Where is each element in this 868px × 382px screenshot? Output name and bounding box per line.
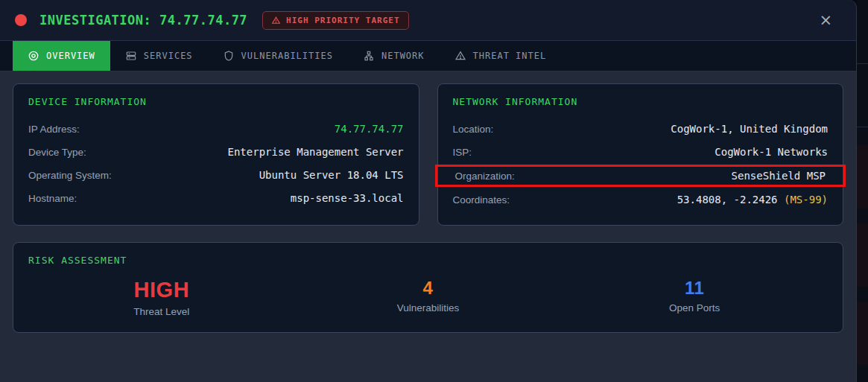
info-row: Operating System:Ubuntu Server 18.04 LTS (28, 165, 404, 185)
network-information-rows: Location:CogWork-1, United KingdomISP:Co… (453, 118, 829, 210)
field-label: Device Type: (28, 147, 86, 158)
network-information-title: NETWORK INFORMATION (453, 96, 829, 107)
shield-icon (223, 50, 235, 62)
field-label: Coordinates: (453, 194, 510, 206)
field-label: Operating System: (28, 170, 112, 181)
tab-label: SERVICES (144, 51, 193, 61)
field-label: Location: (453, 124, 494, 135)
close-button[interactable]: × (819, 13, 832, 28)
field-value-text: Ubuntu Server 18.04 LTS (259, 169, 404, 181)
field-value: 74.77.74.77 (335, 123, 404, 135)
modal-header: INVESTIGATION: 74.77.74.77 HIGH PRIORITY… (0, 0, 856, 41)
field-value-text: Enterprise Management Server (227, 146, 403, 158)
network-icon (363, 50, 375, 62)
tab-bar: OVERVIEWSERVICESVULNERABILITIESNETWORKTH… (0, 41, 856, 71)
info-row: Device Type:Enterprise Management Server (28, 141, 404, 162)
network-information-panel: NETWORK INFORMATION Location:CogWork-1, … (437, 83, 844, 226)
field-label: IP Address: (28, 124, 80, 135)
risk-stat-vulnerabilities: 4Vulnerabilities (295, 278, 562, 317)
device-information-panel: DEVICE INFORMATION IP Address:74.77.74.7… (13, 83, 419, 226)
field-value: 53.4808, -2.2426 (MS-99) (677, 194, 828, 206)
stat-label: Open Ports (561, 302, 828, 313)
server-icon (125, 50, 137, 62)
field-value-suffix: (MS-99) (784, 194, 828, 206)
overview-content: DEVICE INFORMATION IP Address:74.77.74.7… (0, 71, 856, 345)
stat-label: Threat Level (28, 306, 295, 317)
field-value: CogWork-1, United Kingdom (671, 123, 828, 135)
field-value-text: SenseShield MSP (732, 170, 826, 182)
tab-label: OVERVIEW (46, 51, 95, 61)
field-value-text: msp-sense-33.local (291, 192, 404, 204)
device-information-title: DEVICE INFORMATION (28, 96, 404, 107)
info-row: Coordinates:53.4808, -2.2426 (MS-99) (453, 189, 829, 210)
high-priority-badge-label: HIGH PRIORITY TARGET (286, 16, 399, 25)
investigation-modal: INVESTIGATION: 74.77.74.77 HIGH PRIORITY… (0, 0, 857, 382)
tab-vulnerabilities[interactable]: VULNERABILITIES (208, 41, 348, 71)
field-label: Hostname: (28, 193, 77, 204)
info-panels-grid: DEVICE INFORMATION IP Address:74.77.74.7… (13, 83, 843, 226)
status-dot (15, 14, 27, 26)
stat-value: HIGH (28, 278, 295, 302)
page-title: INVESTIGATION: 74.77.74.77 (39, 13, 247, 28)
field-value: msp-sense-33.local (291, 192, 404, 204)
background-page-fragment (857, 223, 868, 287)
tab-overview[interactable]: OVERVIEW (13, 41, 110, 71)
risk-assessment-panel: RISK ASSESSMENT HIGHThreat Level4Vulnera… (13, 242, 843, 333)
field-value-text: 74.77.74.77 (335, 123, 404, 135)
field-value-text: CogWork-1, United Kingdom (671, 123, 828, 135)
risk-stats: HIGHThreat Level4Vulnerabilities11Open P… (28, 278, 828, 317)
stat-label: Vulnerabilities (295, 302, 562, 313)
tab-threat-intel[interactable]: THREAT INTEL (440, 41, 562, 71)
risk-stat-threat-level: HIGHThreat Level (28, 278, 295, 317)
info-row-highlighted: Organization:SenseShield MSP (435, 165, 846, 187)
high-priority-badge: HIGH PRIORITY TARGET (262, 11, 408, 30)
info-row: Hostname:msp-sense-33.local (28, 188, 404, 208)
background-page-fragment (857, 145, 868, 208)
field-label: Organization: (455, 171, 515, 182)
tab-label: THREAT INTEL (473, 51, 547, 61)
warning-icon (271, 16, 281, 25)
risk-stat-open-ports: 11Open Ports (561, 278, 828, 317)
field-value: Enterprise Management Server (227, 146, 403, 158)
field-label: ISP: (453, 147, 472, 158)
device-information-rows: IP Address:74.77.74.77Device Type:Enterp… (28, 118, 404, 208)
background-page-fragment (857, 302, 868, 365)
warning-icon (454, 50, 466, 62)
info-row: ISP:CogWork-1 Networks (453, 141, 829, 162)
field-value: Ubuntu Server 18.04 LTS (259, 169, 404, 181)
field-value: CogWork-1 Networks (715, 146, 828, 158)
tab-services[interactable]: SERVICES (110, 41, 208, 71)
stat-value: 11 (561, 278, 828, 299)
tab-label: NETWORK (381, 51, 425, 61)
background-page-fragment (857, 127, 868, 127)
tab-network[interactable]: NETWORK (348, 41, 440, 71)
info-row: IP Address:74.77.74.77 (28, 118, 404, 139)
background-page-edge (857, 0, 868, 382)
eye-icon (28, 50, 39, 62)
field-value-text: CogWork-1 Networks (715, 146, 828, 158)
stat-value: 4 (295, 278, 562, 299)
field-value: SenseShield MSP (732, 170, 826, 182)
field-value-text: 53.4808, -2.2426 (677, 194, 778, 206)
tab-label: VULNERABILITIES (241, 51, 333, 61)
info-row: Location:CogWork-1, United Kingdom (453, 118, 829, 139)
background-page-fragment (857, 63, 868, 64)
risk-assessment-title: RISK ASSESSMENT (28, 255, 828, 266)
